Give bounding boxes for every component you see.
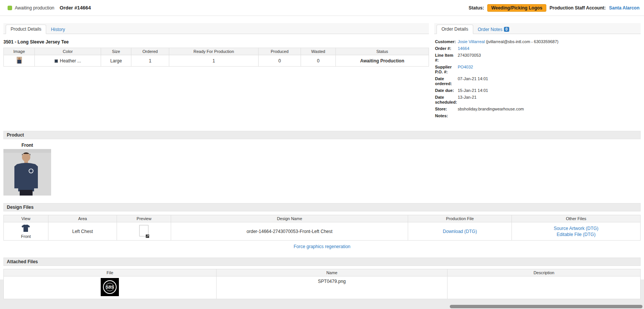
order-header: Awaiting production Order #14664 (8, 5, 91, 11)
product-panel-tab-bar: Product Details History (3, 23, 429, 34)
field-order-number: Order #: 14664 (435, 46, 641, 51)
ordered-cell: 1 (131, 55, 169, 67)
field-line-item: Line Item #: 2743070053 (435, 53, 641, 63)
status-button[interactable]: Weeding/Picking Logos (487, 4, 546, 12)
top-bar: Awaiting production Order #14664 Status:… (0, 0, 644, 16)
design-files-section-header: Design Files (3, 203, 641, 211)
field-supplier-po: Supplier P.O. #: PO4032 (435, 65, 641, 75)
order-details-panel: Order Details Order Notes0 Customer: Jos… (434, 23, 641, 120)
date-due-label: Date due: (435, 88, 456, 93)
tab-order-details[interactable]: Order Details (437, 25, 473, 34)
attached-files-table: File Name Description (3, 269, 641, 299)
field-customer: Customer: Josie Villarreal (jvillarreal@… (435, 39, 641, 44)
order-notes-count-badge: 0 (504, 27, 509, 32)
col-header-other-files: Other Files (512, 215, 641, 222)
page: Awaiting production Order #14664 Status:… (0, 0, 644, 279)
product-thumbnail-image[interactable] (17, 57, 22, 64)
production-staff-link[interactable]: Santa Alarcon (609, 5, 639, 11)
col-header-color: Color (35, 48, 101, 55)
supplier-po-label: Supplier P.O. #: (435, 65, 456, 75)
col-header-ready-for-production: Ready For Production (169, 48, 259, 55)
regenerate-row: Force graphics regeneration (3, 241, 641, 250)
tab-order-notes-label: Order Notes (478, 27, 502, 32)
status-label: Status: (469, 5, 484, 11)
col-header-status: Status (336, 48, 429, 55)
horizontal-scrollbar-thumb[interactable] (450, 305, 642, 308)
tab-history[interactable]: History (46, 25, 69, 34)
tab-history-label: History (51, 27, 65, 32)
attached-files-section-header: Attached Files (3, 258, 641, 266)
col-header-file: File (4, 269, 217, 276)
front-view-label: Front (3, 143, 51, 148)
source-artwork-link[interactable]: Source Artwork (DTG) (554, 226, 599, 231)
col-header-view: View (4, 215, 48, 222)
date-scheduled-label: Date scheduled: (435, 95, 456, 105)
design-area-cell: Left Chest (48, 222, 117, 241)
col-header-production-file: Production File (408, 215, 512, 222)
date-scheduled-value: 13-Jan-21 (458, 95, 477, 105)
design-preview-cell (117, 222, 171, 241)
col-header-wasted: Wasted (301, 48, 336, 55)
design-files-header-row: View Area Preview Design Name Production… (4, 215, 641, 222)
attached-file-name-cell: SPT0479.png (216, 276, 448, 299)
attached-files-section: Attached Files File Name Description (3, 258, 641, 299)
design-files-table: View Area Preview Design Name Production… (3, 215, 641, 241)
col-header-ordered: Ordered (131, 48, 169, 55)
other-files-cell: Source Artwork (DTG) Editable File (DTG) (512, 222, 641, 241)
product-section: Product Front (3, 131, 641, 196)
design-shirt-icon[interactable] (21, 224, 30, 232)
attached-file-cell: SBS (4, 276, 217, 299)
product-front-photo[interactable] (3, 149, 51, 196)
color-cell: Heather ... (35, 55, 101, 67)
attached-file-logo-image[interactable]: SBS (101, 278, 119, 296)
store-value: sbsholiday.brandingwearhouse.com (458, 107, 524, 112)
order-number-link[interactable]: 14664 (458, 46, 469, 51)
order-title: Order #14664 (60, 5, 91, 11)
production-staff-label: Production Staff Account: (550, 5, 606, 11)
color-name: Heather ... (60, 58, 81, 64)
zoom-icon[interactable] (146, 234, 149, 237)
field-date-scheduled: Date scheduled: 13-Jan-21 (435, 95, 641, 105)
tab-order-notes[interactable]: Order Notes0 (473, 25, 514, 34)
ready-for-production-cell: 1 (169, 55, 259, 67)
col-header-design-name: Design Name (171, 215, 408, 222)
editable-file-link[interactable]: Editable File (DTG) (557, 232, 596, 237)
store-label: Store: (435, 107, 456, 112)
date-due-value: 15-Jan-21 14:01 (458, 88, 488, 93)
awaiting-production-label: Awaiting production (15, 5, 55, 11)
color-swatch (55, 59, 58, 63)
svg-text:SBS: SBS (106, 285, 114, 289)
supplier-po-link[interactable]: PO4032 (458, 65, 473, 69)
order-details-fields: Customer: Josie Villarreal (jvillarreal@… (434, 34, 641, 118)
download-dtg-link[interactable]: Download (DTG) (443, 229, 477, 234)
design-view-cell: Front (4, 222, 48, 241)
tab-order-details-label: Order Details (441, 26, 468, 32)
product-line-item-row: Heather ... Large 1 1 0 0 Awaiting Produ… (4, 55, 429, 67)
col-header-produced: Produced (259, 48, 301, 55)
status-cell: Awaiting Production (336, 55, 429, 67)
design-view-label: Front (5, 234, 47, 239)
date-ordered-value: 07-Jan-21 14:01 (458, 76, 488, 86)
product-line-items-table: Image Color Size Ordered Ready For Produ… (3, 48, 429, 67)
wasted-cell: 0 (301, 55, 336, 67)
col-header-size: Size (101, 48, 131, 55)
notes-label: Notes: (435, 113, 456, 118)
image-cell (4, 55, 35, 67)
product-table-header-row: Image Color Size Ordered Ready For Produ… (4, 48, 429, 55)
customer-value: Josie Villarreal (jvillarreal@sbs-intl.c… (458, 39, 558, 44)
col-header-area: Area (48, 215, 117, 222)
product-details-panel: Product Details History 3501 - Long Slee… (3, 23, 429, 120)
order-number-label: Order #: (435, 46, 456, 51)
produced-cell: 0 (259, 55, 301, 67)
product-front-view: Front (3, 143, 51, 196)
design-preview-thumbnail[interactable] (139, 225, 148, 236)
tab-product-details[interactable]: Product Details (6, 25, 46, 34)
customer-link[interactable]: Josie Villarreal (458, 39, 485, 44)
design-files-section: Design Files View Area Preview Design Na… (3, 203, 641, 250)
col-header-image: Image (4, 48, 35, 55)
order-panel-tab-bar: Order Details Order Notes0 (434, 23, 641, 34)
tab-product-details-label: Product Details (11, 26, 41, 32)
date-ordered-label: Date ordered: (435, 76, 456, 86)
col-header-name: Name (216, 269, 448, 276)
force-graphics-regeneration-link[interactable]: Force graphics regeneration (293, 244, 350, 249)
